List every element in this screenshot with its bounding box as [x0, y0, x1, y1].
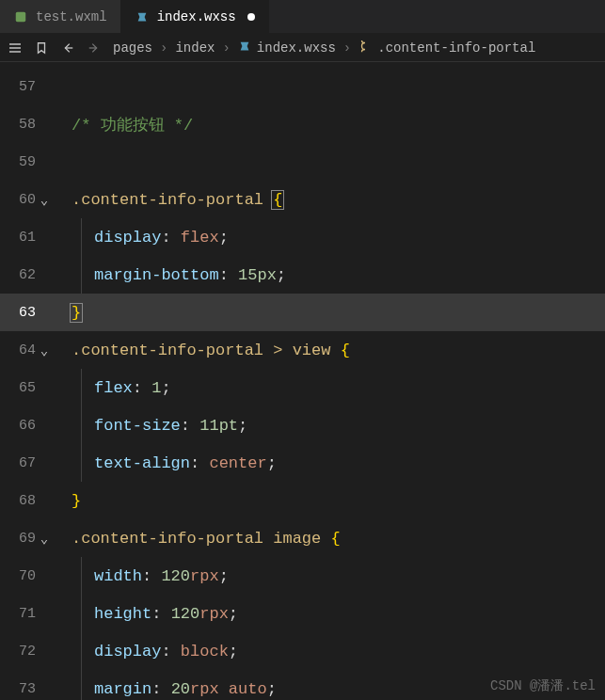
code-line[interactable]: 59	[0, 143, 605, 181]
token-prop: height	[94, 605, 151, 623]
line-content: width: 120rpx;	[53, 567, 229, 585]
token-semi: ;	[267, 454, 277, 472]
line-content: font-size: 11pt;	[53, 417, 247, 435]
code-line[interactable]: 58/* 功能按钮 */	[0, 105, 605, 143]
token-prop: margin	[94, 680, 151, 698]
tabs-bar: test.wxml index.wxss	[0, 0, 605, 34]
token-brace: {	[330, 530, 340, 548]
indent-guide	[81, 444, 82, 482]
indent-guide	[81, 406, 82, 444]
token-value: block	[181, 643, 229, 660]
indent-guide	[81, 557, 82, 595]
token-value: rpx	[199, 605, 229, 623]
chevron-right-icon: ›	[343, 40, 351, 56]
line-number: 67	[0, 455, 36, 471]
line-content: margin: 20rpx auto;	[53, 680, 277, 698]
token-prop: display	[94, 229, 161, 247]
breadcrumbs: pages › index › index.wxss › .content-in…	[113, 40, 535, 56]
line-number: 63	[0, 305, 36, 321]
token-semi: ;	[238, 417, 247, 435]
chevron-right-icon: ›	[222, 40, 230, 56]
breadcrumb-item[interactable]: index	[175, 40, 215, 56]
tab-label: test.wxml	[36, 9, 107, 24]
indent-guide	[81, 369, 82, 406]
file-wxml-icon	[13, 9, 28, 24]
token-colon: :	[161, 229, 180, 247]
token-brace: }	[72, 492, 81, 510]
code-line[interactable]: 61display: flex;	[0, 218, 605, 256]
line-number: 72	[0, 644, 36, 660]
code-line[interactable]: 65flex: 1;	[0, 369, 605, 406]
code-line[interactable]: 66font-size: 11pt;	[0, 406, 605, 444]
class-icon	[358, 40, 372, 56]
list-icon[interactable]	[8, 40, 23, 56]
breadcrumb-item[interactable]: pages	[113, 40, 152, 56]
line-number: 59	[0, 154, 36, 170]
bookmark-icon[interactable]	[34, 40, 49, 56]
token-plain	[321, 530, 330, 548]
indent-guide	[81, 595, 82, 632]
code-line[interactable]: 69⌄.content-info-portal image {	[0, 519, 605, 557]
token-number: 120	[171, 605, 200, 623]
code-line[interactable]: 70width: 120rpx;	[0, 557, 605, 595]
code-line[interactable]: 72display: block;	[0, 632, 605, 670]
line-number: 69	[0, 531, 36, 547]
token-number: 1	[151, 379, 161, 397]
line-content: .content-info-portal {	[53, 191, 284, 209]
code-line[interactable]: 68}	[0, 482, 605, 519]
code-line[interactable]: 57	[0, 68, 605, 105]
indent-guide	[81, 670, 82, 700]
line-content: margin-bottom: 15px;	[53, 266, 286, 284]
token-prop: font-size	[94, 417, 181, 435]
line-content: text-align: center;	[53, 454, 277, 472]
indent-guide	[81, 218, 82, 256]
line-number: 66	[0, 418, 36, 434]
line-content: display: flex;	[53, 229, 229, 247]
token-colon: :	[181, 417, 199, 435]
line-number: 61	[0, 230, 36, 246]
nav-back-icon[interactable]	[60, 40, 75, 56]
fold-chevron-icon[interactable]: ⌄	[38, 192, 51, 208]
breadcrumb-item[interactable]: .content-info-portal	[358, 40, 535, 56]
indent-guide	[81, 256, 82, 294]
token-plain	[330, 342, 340, 359]
fold-chevron-icon[interactable]: ⌄	[38, 342, 51, 358]
token-semi: ;	[161, 379, 170, 397]
fold-chevron-icon[interactable]: ⌄	[38, 531, 51, 547]
token-value: auto	[229, 680, 267, 698]
code-line[interactable]: 67text-align: center;	[0, 444, 605, 482]
code-line[interactable]: 63}	[0, 294, 605, 331]
token-number: 11pt	[199, 417, 238, 435]
token-colon: :	[219, 266, 238, 284]
line-content: .content-info-portal image {	[53, 530, 341, 548]
token-number: 20	[171, 680, 190, 698]
token-prop: width	[94, 567, 142, 585]
nav-forward-icon[interactable]	[87, 40, 102, 56]
token-selector: .content-info-portal	[72, 191, 263, 209]
code-line[interactable]: 71height: 120rpx;	[0, 595, 605, 632]
line-number: 65	[0, 380, 36, 396]
file-wxss-icon	[238, 40, 251, 56]
code-editor[interactable]: 5758/* 功能按钮 */5960⌄.content-info-portal …	[0, 62, 605, 700]
token-comment: /* 功能按钮 */	[72, 117, 193, 135]
line-content: .content-info-portal > view {	[53, 342, 350, 359]
code-line[interactable]: 62margin-bottom: 15px;	[0, 256, 605, 294]
token-prop: margin-bottom	[94, 266, 219, 284]
token-semi: ;	[229, 643, 238, 660]
line-number: 58	[0, 117, 36, 133]
token-semi: ;	[219, 229, 229, 247]
code-line[interactable]: 60⌄.content-info-portal {	[0, 181, 605, 218]
token-brace: {	[341, 342, 350, 359]
code-line[interactable]: 64⌄.content-info-portal > view {	[0, 331, 605, 369]
line-number: 57	[0, 79, 36, 95]
tab-index-wxss[interactable]: index.wxss	[121, 0, 269, 33]
breadcrumb-item[interactable]: index.wxss	[238, 40, 336, 56]
line-number: 71	[0, 606, 36, 622]
token-colon: :	[133, 379, 151, 397]
token-value: rpx	[190, 567, 219, 585]
token-colon: :	[190, 454, 209, 472]
tab-test-wxml[interactable]: test.wxml	[0, 0, 121, 33]
tab-label: index.wxss	[157, 9, 236, 24]
token-value: flex	[181, 229, 219, 247]
token-semi: ;	[219, 567, 229, 585]
